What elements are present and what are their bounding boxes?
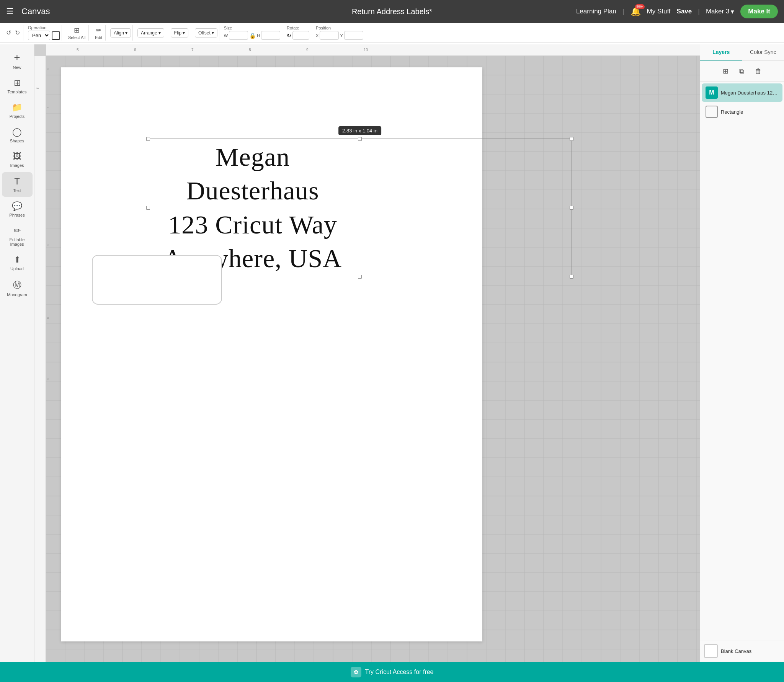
size-tooltip: 2.83 in x 1.04 in xyxy=(338,126,381,135)
handle-ml[interactable] xyxy=(146,206,150,210)
text-layer-avatar: M xyxy=(706,86,718,99)
position-label: Position xyxy=(316,26,363,30)
cta-bar[interactable]: ✿ Try Cricut Access for free xyxy=(0,662,784,682)
sidebar-item-monogram-label: Monogram xyxy=(7,292,27,297)
arrange-button[interactable]: Arrange ▾ xyxy=(137,28,164,38)
sidebar-item-projects-label: Projects xyxy=(10,114,25,119)
offset-button[interactable]: Offset ▾ xyxy=(195,28,217,38)
tab-layers[interactable]: Layers xyxy=(700,44,742,60)
position-group: Position X 7.033 Y 5.532 xyxy=(314,25,365,41)
blank-canvas-item: Blank Canvas xyxy=(700,641,784,661)
save-button[interactable]: Save xyxy=(677,8,692,15)
sidebar-item-editable-images-label: Editable Images xyxy=(4,237,30,246)
menu-icon[interactable]: ☰ xyxy=(6,7,14,16)
select-all-button[interactable]: ⊞ Select All xyxy=(67,24,87,41)
handle-tr[interactable] xyxy=(570,137,573,141)
topbar: ☰ Canvas Return Address Labels* Learning… xyxy=(0,0,784,23)
sidebar-item-new[interactable]: + New xyxy=(2,47,33,73)
right-panel-tabs: Layers Color Sync xyxy=(700,44,784,61)
sidebar: + New ⊞ Templates 📁 Projects ◯ Shapes 🖼 … xyxy=(0,44,34,682)
right-panel: Layers Color Sync ⊞ ⧉ 🗑 M Megan Duesterh… xyxy=(700,44,784,682)
handle-mr[interactable] xyxy=(570,206,573,210)
sidebar-item-new-label: New xyxy=(13,65,21,70)
layers-list: M Megan Duesterhaus 123 Cricut ... Recta… xyxy=(700,82,784,363)
rotate-label: Rotate xyxy=(287,26,309,30)
edit-button[interactable]: ✏ Edit xyxy=(93,24,104,41)
rect-layer-name: Rectangle xyxy=(721,109,779,115)
maker-selector[interactable]: Maker 3 ▾ xyxy=(706,8,734,16)
y-input[interactable]: 5.532 xyxy=(344,31,363,40)
text-icon: T xyxy=(14,176,20,187)
edit-group: ✏ Edit xyxy=(92,25,106,41)
delete-button[interactable]: 🗑 xyxy=(753,65,764,78)
make-it-button[interactable]: Make It xyxy=(740,5,778,18)
tab-color-sync[interactable]: Color Sync xyxy=(742,44,784,60)
ruler-left: ∞ xyxy=(34,56,46,682)
offset-group: Offset ▾ xyxy=(193,25,219,41)
sidebar-item-monogram[interactable]: Ⓜ Monogram xyxy=(2,276,33,301)
handle-br[interactable] xyxy=(570,275,573,279)
sidebar-item-phrases[interactable]: 💬 Phrases xyxy=(2,197,33,221)
topbar-right: Learning Plan | 🔔 99+ My Stuff Save | Ma… xyxy=(576,5,778,18)
sidebar-item-templates[interactable]: ⊞ Templates xyxy=(2,74,33,98)
editable-images-icon: ✏ xyxy=(14,226,21,236)
rotate-input[interactable]: 0 xyxy=(292,31,309,40)
undo-redo-group: ↺ ↻ xyxy=(3,25,23,41)
rotate-group: Rotate ↻ 0 xyxy=(285,25,311,41)
sidebar-item-upload[interactable]: ⬆ Upload xyxy=(2,251,33,275)
canvas-content[interactable]: 2.83 in x 1.04 in Megan Duesterhaus 123 … xyxy=(46,56,700,682)
toolbar-row1: ↺ ↻ Operation Pen Cut ⊞ Select All ✏ Edi… xyxy=(0,23,784,43)
duplicate-button[interactable]: ⧉ xyxy=(737,65,746,78)
sidebar-item-projects[interactable]: 📁 Projects xyxy=(2,99,33,122)
arrange-group: Arrange ▾ xyxy=(136,25,166,41)
operation-select[interactable]: Pen Cut xyxy=(28,31,50,40)
align-group: Align ▾ xyxy=(109,25,133,41)
layer-item-rect[interactable]: Rectangle xyxy=(702,103,782,121)
blank-canvas-swatch[interactable] xyxy=(704,644,718,658)
undo-button[interactable]: ↺ xyxy=(5,28,13,38)
x-input[interactable]: 7.033 xyxy=(320,31,339,40)
new-icon: + xyxy=(14,51,20,64)
layer-item-text[interactable]: M Megan Duesterhaus 123 Cricut ... xyxy=(702,83,782,102)
sidebar-item-editable-images[interactable]: ✏ Editable Images xyxy=(2,222,33,250)
ruler-top: 5 6 7 8 9 10 xyxy=(46,44,700,56)
shapes-icon: ◯ xyxy=(12,127,22,137)
monogram-icon: Ⓜ xyxy=(13,279,21,291)
handle-bm[interactable] xyxy=(358,275,362,279)
height-input[interactable]: 1.044 xyxy=(261,31,280,40)
sidebar-item-text-label: Text xyxy=(13,188,21,193)
document-title: Return Address Labels* xyxy=(352,7,432,16)
handle-tm[interactable] xyxy=(358,137,362,141)
notification-badge: 99+ xyxy=(635,4,645,9)
projects-icon: 📁 xyxy=(12,103,22,113)
my-stuff-link[interactable]: My Stuff xyxy=(647,8,671,15)
text-layer-name: Megan Duesterhaus 123 Cricut ... xyxy=(721,90,779,96)
select-all-group: ⊞ Select All xyxy=(65,25,89,41)
design-surface: 2.83 in x 1.04 in Megan Duesterhaus 123 … xyxy=(61,67,482,641)
blank-canvas-label: Blank Canvas xyxy=(721,648,751,654)
align-button[interactable]: Align ▾ xyxy=(110,28,131,38)
group-button[interactable]: ⊞ xyxy=(720,65,731,78)
sidebar-item-shapes-label: Shapes xyxy=(10,139,24,143)
flip-button[interactable]: Flip ▾ xyxy=(171,28,188,38)
edit-label: Edit xyxy=(95,35,102,40)
redo-button[interactable]: ↻ xyxy=(13,28,21,38)
rect-element xyxy=(92,255,222,305)
learning-plan-link[interactable]: Learning Plan xyxy=(576,8,616,15)
templates-icon: ⊞ xyxy=(14,78,21,88)
sidebar-item-images[interactable]: 🖼 Images xyxy=(2,148,33,171)
operation-group: Operation Pen Cut xyxy=(26,25,62,41)
cta-label: Try Cricut Access for free xyxy=(365,669,434,675)
width-input[interactable]: 2.834 xyxy=(229,31,248,40)
operation-icon xyxy=(52,31,60,40)
notification-btn[interactable]: 🔔 99+ xyxy=(630,7,641,16)
cricut-access-icon: ✿ xyxy=(351,667,361,677)
size-label: Size xyxy=(224,26,280,30)
size-group: Size W 2.834 🔒 H 1.044 xyxy=(222,25,282,41)
sidebar-item-upload-label: Upload xyxy=(10,266,24,271)
sidebar-item-shapes[interactable]: ◯ Shapes xyxy=(2,123,33,147)
lock-icon[interactable]: 🔒 xyxy=(249,33,256,39)
sidebar-item-text[interactable]: T Text xyxy=(2,172,33,197)
canvas-area: 5 6 7 8 9 10 ∞ 2.83 in x 1.04 in Megan D… xyxy=(34,44,700,682)
handle-tl[interactable] xyxy=(146,137,150,141)
